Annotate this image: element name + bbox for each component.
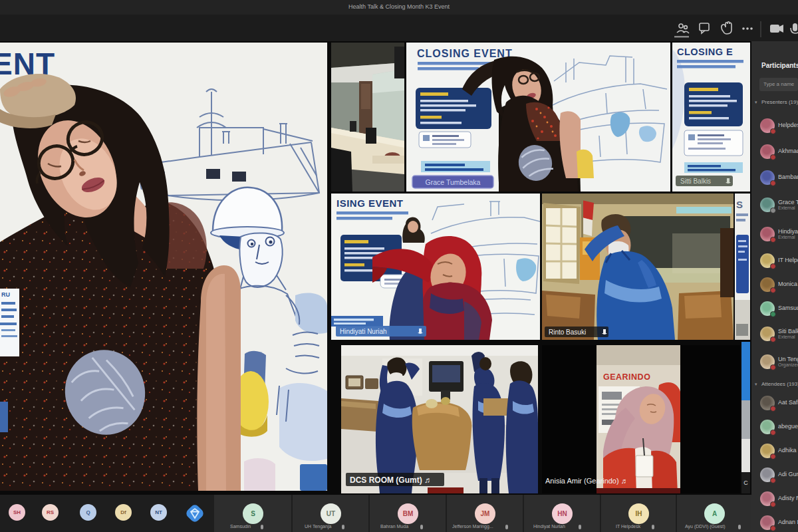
svg-text:Anisia Amir (Gearindo) ♬: Anisia Amir (Gearindo) ♬ xyxy=(545,477,628,485)
svg-text:Sitti Balkis: Sitti Balkis xyxy=(680,178,711,185)
svg-text:RU: RU xyxy=(1,291,10,298)
svg-text:Rinto Basuki: Rinto Basuki xyxy=(549,329,586,336)
svg-text:GEARINDO: GEARINDO xyxy=(603,372,650,382)
svg-text:CLOSING E: CLOSING E xyxy=(677,47,733,57)
svg-text:CLOSING EVENT: CLOSING EVENT xyxy=(417,48,513,59)
svg-text:Hindiyati Nuriah: Hindiyati Nuriah xyxy=(340,328,387,335)
svg-text:ISING EVENT: ISING EVENT xyxy=(336,198,404,209)
svg-text:S: S xyxy=(736,199,743,210)
svg-text:Grace Tumbelaka: Grace Tumbelaka xyxy=(426,178,481,186)
svg-text:DCS ROOM (Gumt) ♬: DCS ROOM (Gumt) ♬ xyxy=(350,475,432,485)
